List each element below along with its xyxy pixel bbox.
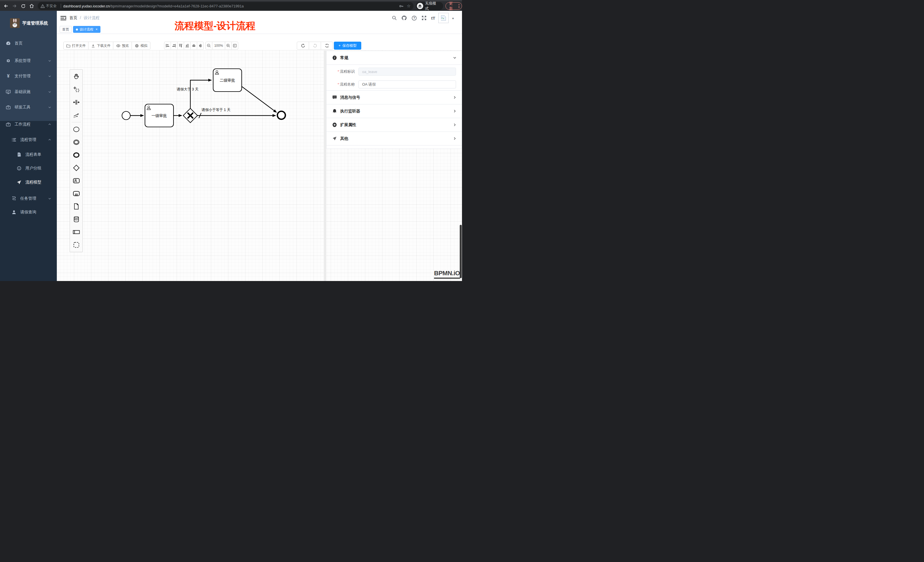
refresh-icon	[325, 43, 329, 48]
home-icon[interactable]	[28, 2, 35, 10]
edge-label-lte1day[interactable]: 请假小于等于 1 天	[201, 108, 231, 112]
sidebar-item-task-management[interactable]: 任务管理	[0, 192, 57, 206]
restart-button[interactable]	[321, 42, 333, 49]
caret-down-icon[interactable]: ▼	[452, 17, 454, 20]
reset-view-button[interactable]	[231, 42, 238, 49]
lasso-tool[interactable]	[70, 83, 82, 96]
section-other[interactable]: 其他	[327, 132, 462, 145]
breadcrumb-current: 设计流程	[84, 15, 100, 21]
update-button[interactable]: 更新	[446, 2, 462, 10]
reload-icon[interactable]	[20, 2, 27, 10]
zoom-out-button[interactable]	[206, 42, 212, 49]
task1-label: 一级审批	[152, 114, 167, 118]
sidebar-item-process-management[interactable]: 流程管理	[0, 133, 57, 147]
sidebar-item-leave-query[interactable]: 请假查询	[0, 205, 57, 219]
process-name-input[interactable]: OA 请假	[358, 81, 456, 88]
annotation-title: 流程模型-设计流程	[175, 19, 255, 33]
chevron-down-icon	[48, 197, 51, 200]
incognito-badge: 无痕模式	[416, 2, 443, 10]
sidebar-item-user-group[interactable]: 用户分组	[0, 161, 57, 175]
create-subprocess[interactable]	[70, 187, 82, 200]
create-start-event[interactable]	[70, 123, 82, 136]
section-extended-properties[interactable]: 扩展属性	[327, 118, 462, 132]
plus-circle-icon	[332, 122, 337, 127]
tab-home[interactable]: 首页	[60, 26, 72, 33]
incognito-label: 无痕模式	[425, 1, 440, 11]
bookmark-star-icon[interactable]: ☆	[406, 3, 410, 9]
create-end-event[interactable]	[70, 148, 82, 162]
kebab-menu-icon[interactable]	[459, 4, 459, 8]
create-data-object[interactable]	[70, 200, 82, 213]
zoom-in-button[interactable]	[225, 42, 232, 49]
sidebar-item-home[interactable]: 首页	[0, 36, 57, 51]
flow-task2-to-end[interactable]	[242, 87, 276, 112]
end-event[interactable]	[278, 111, 285, 119]
create-group[interactable]	[70, 238, 82, 251]
address-bar[interactable]: 不安全 dashboard.yudao.iocoder.cn/bpm/manag…	[38, 2, 414, 10]
breadcrumb-home[interactable]: 首页	[69, 15, 77, 21]
properties-panel: i 常规 *流程标识 oa_leave *流程名称 OA 请假 消息与信号 执行…	[326, 51, 462, 148]
save-model-button[interactable]: + 保存模型	[334, 42, 361, 49]
create-data-store[interactable]	[70, 213, 82, 226]
logo-image	[10, 18, 20, 28]
zoom-in-icon	[226, 43, 231, 48]
align-vertical-center-button[interactable]	[190, 42, 197, 49]
create-gateway[interactable]	[70, 162, 82, 174]
process-key-input[interactable]: oa_leave	[358, 67, 456, 76]
github-icon[interactable]	[401, 15, 407, 21]
edge-label-gt3days[interactable]: 请假大于 3 天	[177, 87, 199, 91]
sidebar-item-system[interactable]: 系统管理	[0, 54, 57, 68]
section-general[interactable]: i 常规	[327, 51, 462, 65]
font-size-icon[interactable]: tT	[430, 15, 436, 21]
preview-button[interactable]: 预览	[113, 42, 132, 49]
download-file-button[interactable]: 下载文件	[88, 42, 113, 49]
align-right-button[interactable]	[171, 42, 177, 49]
avatar[interactable]	[438, 13, 448, 23]
forward-icon[interactable]	[11, 2, 18, 10]
designer-toolbar: 打开文件 下载文件 预览 模拟 100% + 保存模	[57, 34, 462, 50]
app-logo[interactable]: 芋道管理系统	[0, 13, 57, 33]
section-messages-signals[interactable]: 消息与信号	[327, 90, 462, 104]
breadcrumb-separator: /	[80, 15, 81, 21]
simulate-button[interactable]: 模拟	[132, 42, 150, 49]
search-icon[interactable]	[392, 15, 397, 21]
sidebar-item-devtools[interactable]: 研发工具	[0, 100, 57, 114]
align-bottom-button[interactable]	[184, 42, 190, 49]
redo-button[interactable]	[309, 42, 321, 49]
create-intermediate-event[interactable]	[70, 136, 82, 148]
scrollbar-thumb[interactable]	[460, 225, 462, 278]
sidebar-item-workflow[interactable]: 工作流程	[0, 117, 57, 132]
open-file-button[interactable]: 打开文件	[63, 42, 88, 49]
align-top-button[interactable]	[177, 42, 184, 49]
sidebar-item-infrastructure[interactable]: 基础设施	[0, 85, 57, 99]
flow-gateway-to-task2[interactable]	[190, 80, 212, 108]
chevron-down-icon[interactable]	[453, 56, 457, 60]
section-execution-listeners[interactable]: 执行监听器	[327, 104, 462, 118]
sidebar-item-process-form[interactable]: 流程表单	[0, 147, 57, 162]
hand-tool[interactable]	[70, 70, 82, 83]
space-tool[interactable]	[70, 96, 82, 109]
url-text: dashboard.yudao.iocoder.cn/bpm/manager/m…	[63, 4, 399, 8]
help-icon[interactable]: ?	[411, 15, 417, 21]
align-right-icon	[172, 43, 176, 48]
chevron-down-icon	[48, 90, 51, 93]
global-connect-tool[interactable]	[70, 109, 82, 121]
bpmn-io-logo[interactable]: BPMN.iO	[434, 270, 460, 279]
key-icon[interactable]	[399, 4, 404, 9]
undo-button[interactable]	[297, 42, 309, 49]
divider	[61, 4, 61, 8]
tab-design-process[interactable]: 设计流程 ×	[73, 26, 100, 33]
back-icon[interactable]	[2, 2, 10, 10]
create-participant[interactable]	[70, 226, 82, 238]
hamburger-icon[interactable]	[60, 15, 66, 21]
align-left-button[interactable]	[164, 42, 171, 49]
panel-splitter[interactable]	[324, 50, 326, 281]
fullscreen-icon[interactable]	[421, 15, 427, 21]
align-vcenter-icon	[192, 43, 196, 48]
align-horizontal-center-button[interactable]	[197, 42, 204, 49]
sidebar-item-process-model[interactable]: 流程模型	[0, 175, 57, 189]
start-event[interactable]	[122, 112, 130, 120]
create-user-task[interactable]	[70, 174, 82, 187]
sidebar-item-payment[interactable]: ¥ 支付管理	[0, 69, 57, 83]
close-icon[interactable]: ×	[96, 27, 98, 31]
